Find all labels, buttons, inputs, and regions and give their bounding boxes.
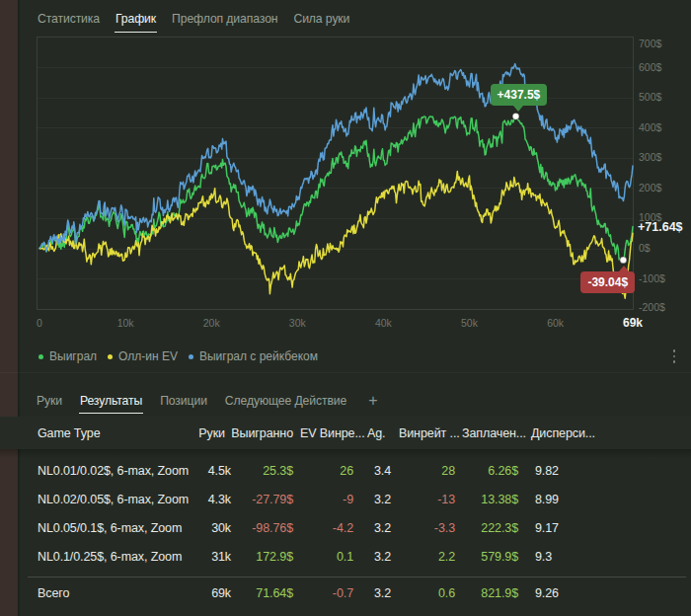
x-axis-tick-label: 30k [289, 317, 307, 329]
cell-ag: 3.2 [365, 542, 391, 571]
column-header-dispersion[interactable]: Дисперси... [531, 417, 600, 449]
badge-pointer [513, 106, 523, 112]
legend-label: Выиграл с рейкбеком [199, 349, 318, 363]
yellow-dot-icon [108, 354, 113, 359]
total-game-type: Всего [38, 578, 195, 607]
cell-ev-winrate: 26 [290, 456, 353, 485]
cell-game-type: NL0.05/0.1$, 6-max, Zoom [38, 513, 195, 542]
y-axis-tick-label: -200$ [639, 301, 665, 313]
tab-next-action[interactable]: Следующее Действие [225, 394, 346, 408]
blue-dot-icon [189, 354, 193, 359]
table-row[interactable]: NL0.01/0.02$, 6-max, Zoom 4.5k 25.3$ 26 … [0, 456, 691, 485]
y-axis-tick-label: -100$ [639, 272, 665, 284]
cell-rake-paid: 222.3$ [454, 513, 518, 542]
cell-ag: 3.2 [365, 485, 391, 513]
max-value-label: +437.5$ [498, 88, 541, 102]
y-axis-tick-label: 700$ [639, 38, 662, 49]
total-ev-winrate: -0.7 [290, 578, 353, 607]
final-value-label: +71.64$ [638, 220, 683, 234]
add-tab-button[interactable]: + [368, 393, 377, 409]
cell-rake-paid: 6.26$ [454, 456, 518, 485]
cell-ag: 3.4 [365, 456, 391, 485]
cell-ev-winrate: -9 [290, 485, 353, 513]
cell-winnings: 172.9$ [235, 542, 293, 571]
green-dot-icon [38, 354, 43, 359]
tab-hand-strength[interactable]: Сила руки [293, 12, 349, 26]
badge-pointer [619, 266, 629, 271]
table-row[interactable]: NL0.1/0.25$, 6-max, Zoom 31k 172.9$ 0.1 … [0, 542, 691, 571]
min-value-label: -39.04$ [587, 275, 628, 289]
x-axis-tick-label: 10k [117, 317, 135, 329]
cell-ev-winrate: 0.1 [290, 542, 353, 571]
legend-label: Выиграл [49, 349, 97, 363]
cell-dispersion: 9.82 [535, 456, 604, 485]
x-axis-tick-label: 60k [547, 317, 565, 329]
cell-rake-paid: 13.38$ [454, 485, 518, 513]
table-header-row: Game Type Руки Выигранно EV Винре... Ag.… [0, 417, 691, 449]
tab-statistics[interactable]: Статистика [38, 12, 100, 26]
section-divider [0, 372, 691, 373]
chart-legend: Выиграл Олл-ин EV Выиграл с рейкбеком [38, 348, 318, 364]
column-header-rake-paid[interactable]: Заплачен... [462, 417, 526, 449]
cell-ev-winrate: -4.2 [290, 513, 353, 542]
y-axis-tick-label: 0$ [639, 242, 651, 254]
cell-dispersion: 8.99 [535, 485, 604, 513]
column-header-hands[interactable]: Руки [174, 417, 225, 449]
total-winrate: 0.6 [397, 578, 455, 607]
table-total-row[interactable]: Всего 69k 71.64$ -0.7 3.2 0.6 821.9$ 9.2… [0, 578, 691, 607]
y-axis-tick-label: 500$ [639, 91, 662, 103]
x-axis-tick-label: 20k [203, 317, 221, 329]
cell-winnings: 25.3$ [235, 456, 293, 485]
legend-label: Олл-ин EV [118, 349, 178, 363]
cell-winnings: -98.76$ [235, 513, 293, 542]
column-header-game-type[interactable]: Game Type [38, 417, 195, 449]
cell-hands: 30k [174, 513, 231, 542]
cell-dispersion: 9.3 [535, 542, 604, 571]
cell-game-type: NL0.1/0.25$, 6-max, Zoom [38, 542, 195, 571]
total-rake-paid: 821.9$ [454, 578, 518, 607]
min-value-badge: -39.04$ [580, 271, 635, 293]
total-ag: 3.2 [365, 578, 391, 607]
cell-dispersion: 9.17 [535, 513, 604, 542]
x-axis-tick-label: 40k [375, 317, 393, 329]
cell-hands: 4.3k [174, 485, 231, 513]
cell-winrate: -3.3 [397, 513, 455, 542]
max-value-badge: +437.5$ [491, 84, 548, 106]
cell-winrate: 2.2 [397, 542, 455, 571]
tab-preflop-range[interactable]: Префлоп диапазон [172, 12, 277, 26]
total-separator [28, 577, 686, 578]
x-axis-tick-label: 69k [623, 316, 643, 330]
column-header-ag[interactable]: Ag. [367, 417, 393, 449]
legend-item-winnings[interactable]: Выиграл [38, 349, 97, 363]
column-header-winrate[interactable]: Винрейт ... [399, 417, 457, 449]
cell-winrate: -13 [397, 485, 455, 513]
table-row[interactable]: NL0.05/0.1$, 6-max, Zoom 30k -98.76$ -4.… [0, 513, 691, 542]
chart-menu-kebab-icon[interactable] [667, 347, 681, 365]
cell-winrate: 28 [397, 456, 455, 485]
tab-graph[interactable]: График [115, 12, 156, 26]
total-winnings: 71.64$ [235, 578, 293, 607]
table-row[interactable]: NL0.02/0.05$, 6-max, Zoom 4.3k -27.79$ -… [0, 485, 691, 513]
cell-rake-paid: 579.9$ [454, 542, 518, 571]
results-tab-bar: Руки Результаты Позиции Следующее Действ… [37, 384, 378, 417]
legend-item-winnings-rakeback[interactable]: Выиграл с рейкбеком [189, 349, 318, 363]
tab-hands[interactable]: Руки [37, 394, 62, 408]
y-axis-tick-label: 300$ [639, 151, 662, 163]
x-axis-tick-label: 50k [461, 317, 479, 329]
legend-item-allin-ev[interactable]: Олл-ин EV [108, 349, 178, 363]
total-dispersion: 9.26 [535, 578, 604, 607]
y-axis-tick-label: 200$ [639, 182, 662, 193]
y-axis-tick-label: 400$ [639, 121, 662, 133]
top-tab-bar: Статистика График Префлоп диапазон Сила … [38, 0, 349, 37]
tab-results[interactable]: Результаты [80, 394, 142, 408]
y-axis-tick-label: 600$ [639, 61, 662, 73]
column-header-winnings[interactable]: Выигранно [235, 417, 293, 449]
cell-game-type: NL0.02/0.05$, 6-max, Zoom [38, 485, 195, 513]
cell-hands: 4.5k [174, 456, 231, 485]
cell-game-type: NL0.01/0.02$, 6-max, Zoom [38, 456, 195, 485]
total-hands: 69k [174, 578, 231, 607]
tab-positions[interactable]: Позиции [160, 394, 207, 408]
column-header-ev-winrate[interactable]: EV Винре... [300, 417, 359, 449]
x-axis-tick-label: 0 [37, 317, 42, 329]
cell-winnings: -27.79$ [235, 485, 293, 513]
